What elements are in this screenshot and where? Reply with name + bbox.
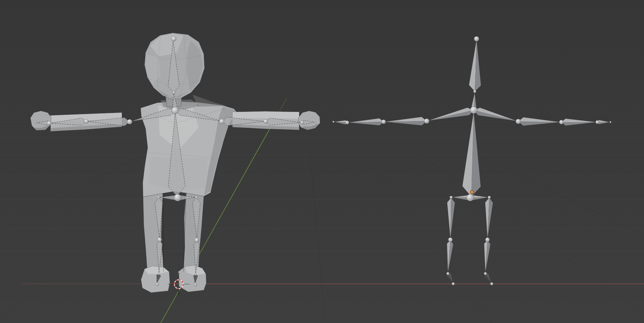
grid-line-y-0: [0, 141, 168, 323]
skeleton-chest-joint[interactable]: [470, 107, 477, 114]
skeleton-elbow-l-joint[interactable]: [382, 120, 386, 124]
character-pelvis-joint[interactable]: [174, 194, 181, 201]
axis-lines: [21, 98, 644, 323]
character-foottip-l-joint[interactable]: [156, 283, 159, 286]
skeleton-pelvis-joint[interactable]: [467, 194, 474, 201]
skeleton-ankle-l-joint[interactable]: [447, 272, 449, 275]
character-ankle-r-joint[interactable]: [195, 273, 197, 275]
skeleton-wrist-r-joint[interactable]: [596, 120, 599, 124]
skeleton-neck-joint[interactable]: [473, 90, 476, 93]
armature-origin-dot[interactable]: [471, 191, 474, 194]
skeleton-shoulder-l-joint[interactable]: [424, 119, 429, 124]
character-hipjoint-r-joint[interactable]: [195, 196, 198, 199]
mesh-neck-right-shadow[interactable]: [193, 95, 226, 107]
character-armature[interactable]: [35, 36, 317, 286]
character-knee-l-joint[interactable]: [158, 238, 162, 242]
mesh-arm-right-top[interactable]: [232, 112, 299, 119]
character-shoulder-r-joint[interactable]: [219, 119, 224, 124]
skeleton-foottip-r-joint[interactable]: [490, 282, 493, 285]
skeleton-handtip-l-joint[interactable]: [333, 121, 335, 123]
character-wrist-l-joint[interactable]: [47, 121, 51, 125]
bone-upperarm-r-face[interactable]: [518, 121, 560, 126]
skeleton-head-top-joint[interactable]: [474, 36, 479, 41]
grid-line-y-2: [309, 141, 325, 323]
skeleton-ankle-r-joint[interactable]: [484, 272, 487, 275]
skeleton-wrist-l-joint[interactable]: [345, 121, 349, 124]
bone-upperarm-l-face2[interactable]: [385, 121, 427, 125]
character-chest-joint[interactable]: [172, 107, 179, 114]
character-elbow-l-joint[interactable]: [84, 119, 88, 124]
armature-skeleton[interactable]: [333, 36, 611, 285]
character-wrist-r-joint[interactable]: [300, 121, 304, 124]
character-head-top-joint[interactable]: [171, 36, 176, 41]
skeleton-knee-r-joint[interactable]: [485, 238, 490, 242]
skeleton-hipjoint-l-joint[interactable]: [450, 196, 453, 199]
character-shoulder-l-joint[interactable]: [127, 119, 132, 124]
viewport-canvas[interactable]: [0, 0, 644, 323]
skeleton-elbow-r-joint[interactable]: [559, 120, 563, 124]
character-neck-joint[interactable]: [172, 91, 175, 94]
blender-3d-viewport[interactable]: [0, 0, 644, 323]
skeleton-knee-l-joint[interactable]: [448, 238, 453, 242]
character-elbow-r-joint[interactable]: [264, 119, 268, 124]
skeleton-hipjoint-r-joint[interactable]: [488, 196, 491, 199]
character-foottip-r-joint[interactable]: [194, 283, 197, 286]
character-handtip-l-joint[interactable]: [35, 122, 37, 124]
skeleton-foottip-l-joint[interactable]: [452, 282, 455, 285]
character-hipjoint-l-joint[interactable]: [158, 196, 160, 199]
grid-line-y-4: [402, 141, 644, 323]
character-ankle-l-joint[interactable]: [158, 273, 160, 275]
skeleton-handtip-r-joint[interactable]: [610, 121, 611, 123]
character-handtip-r-joint[interactable]: [315, 121, 317, 123]
skeleton-shoulder-r-joint[interactable]: [516, 119, 521, 124]
floor-grid: [0, 122, 644, 323]
character-knee-r-joint[interactable]: [195, 238, 199, 242]
